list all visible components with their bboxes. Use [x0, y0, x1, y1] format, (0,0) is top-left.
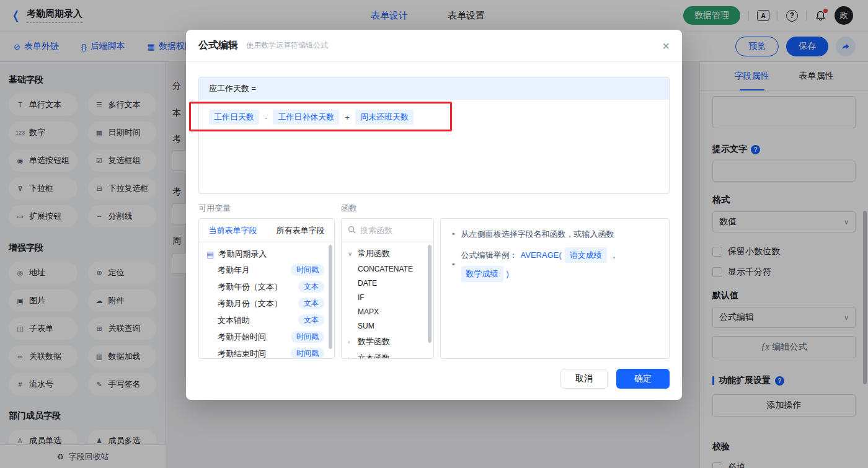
variable-item[interactable]: 考勤开始时间时间戳: [199, 329, 334, 345]
function-group-text[interactable]: ›文本函数: [342, 347, 433, 359]
formula-help-panel: • 从左侧面板选择字段名和函数，或输入函数 • 公式编辑举例： AVERAGE(…: [440, 218, 670, 359]
field-type-badge: 文本: [298, 281, 324, 293]
example-prefix: 公式编辑举例：: [461, 249, 518, 262]
close-icon[interactable]: ×: [662, 40, 670, 52]
functions-panel: ∨常用函数 CONCATENATE DATE IF MAPX SUM ›数学函数…: [341, 218, 434, 359]
modal-title: 公式编辑: [198, 39, 238, 52]
function-item[interactable]: MAPX: [342, 302, 433, 316]
formula-editor-modal: 公式编辑 使用数学运算符编辑公式 × 应工作天数 = 工作日天数 - 工作日补休…: [186, 30, 682, 400]
formula-input-area[interactable]: 工作日天数 - 工作日补休天数 + 周末还班天数: [199, 100, 669, 135]
help-tip: 从左侧面板选择字段名和函数，或输入函数: [461, 228, 614, 241]
tab-all-form-fields[interactable]: 所有表单字段: [267, 225, 334, 236]
formula-field-chip[interactable]: 工作日天数: [209, 110, 259, 125]
field-type-badge: 文本: [298, 298, 324, 309]
example-function: AVERAGE(: [521, 249, 562, 262]
functions-scrollbar[interactable]: [428, 245, 432, 343]
formula-target: 应工作天数 =: [199, 77, 669, 100]
formula-field-chip[interactable]: 工作日补休天数: [273, 110, 339, 125]
chevron-down-icon: ∨: [348, 250, 354, 257]
bullet: •: [452, 258, 455, 271]
variables-scrollbar[interactable]: [329, 245, 332, 349]
function-item[interactable]: IF: [342, 288, 433, 302]
variable-item[interactable]: 文本辅助文本: [199, 312, 334, 329]
field-type-badge: 时间戳: [291, 264, 324, 276]
function-search[interactable]: [342, 219, 433, 242]
bullet: •: [452, 228, 455, 241]
variable-item[interactable]: 考勤结束时间时间戳: [199, 345, 334, 359]
chevron-right-icon: ›: [348, 338, 354, 345]
chevron-right-icon: ›: [348, 355, 354, 360]
tab-current-form-fields[interactable]: 当前表单字段: [199, 225, 267, 236]
form-document-icon: ▤: [206, 250, 214, 259]
function-group-common[interactable]: ∨常用函数: [342, 242, 433, 259]
formula-operator: -: [265, 113, 267, 122]
search-icon: [348, 226, 356, 236]
variables-panel: 当前表单字段 所有表单字段 ▤ 考勤周期录入 考勤年月时间戳 考勤年份（文本）文…: [198, 218, 335, 359]
field-type-badge: 时间戳: [291, 331, 324, 343]
function-item[interactable]: SUM: [342, 316, 433, 330]
field-type-badge: 时间戳: [291, 348, 324, 359]
search-input[interactable]: [360, 226, 416, 235]
variable-item[interactable]: 考勤月份（文本）文本: [199, 295, 334, 312]
confirm-button[interactable]: 确定: [616, 369, 670, 389]
function-group-math[interactable]: ›数学函数: [342, 330, 433, 347]
example-close: ): [507, 268, 509, 280]
functions-label: 函数: [341, 203, 357, 214]
cancel-button[interactable]: 取消: [560, 369, 608, 389]
example-comma: ，: [610, 249, 618, 262]
modal-subtitle: 使用数学运算符编辑公式: [246, 40, 328, 51]
variables-tree-root[interactable]: ▤ 考勤周期录入: [199, 242, 334, 262]
variable-item[interactable]: 考勤年份（文本）文本: [199, 278, 334, 295]
example-field-chip: 数学成绩: [461, 266, 503, 282]
variables-label: 可用变量: [198, 203, 341, 214]
function-item[interactable]: DATE: [342, 273, 433, 288]
variable-item[interactable]: 考勤年月时间戳: [199, 262, 334, 278]
formula-editor-box: 应工作天数 = 工作日天数 - 工作日补休天数 + 周末还班天数: [198, 77, 670, 194]
example-field-chip: 语文成绩: [565, 247, 607, 263]
function-item[interactable]: CONCATENATE: [342, 259, 433, 273]
formula-field-chip[interactable]: 周末还班天数: [355, 110, 414, 125]
field-type-badge: 文本: [298, 314, 324, 326]
formula-operator: +: [345, 113, 350, 122]
